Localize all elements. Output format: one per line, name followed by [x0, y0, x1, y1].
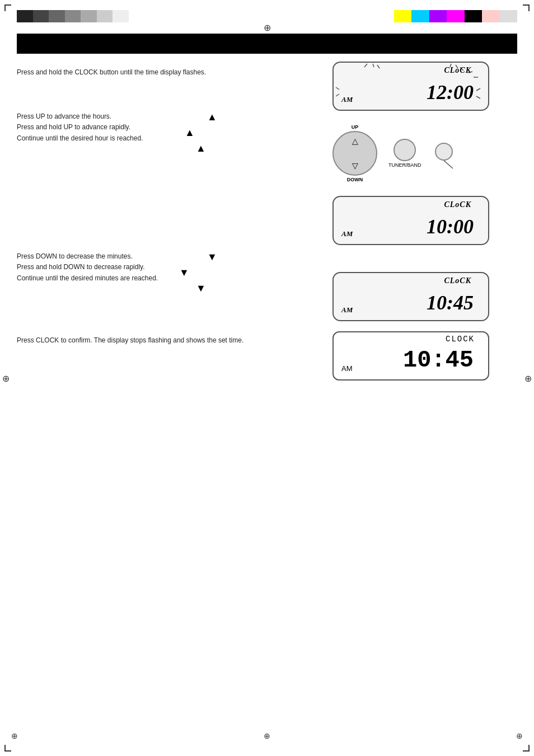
d-pad-down-arrow: ▽ — [352, 161, 358, 170]
svg-line-8 — [336, 87, 339, 90]
down-arrow-3: ▼ — [196, 283, 206, 294]
svg-line-12 — [444, 161, 453, 168]
tuner-band-label: TUNER/BAND — [388, 162, 421, 168]
crosshair-bottom-left: ⊕ — [11, 731, 18, 740]
spacer-mid — [332, 255, 517, 272]
color-block — [17, 10, 33, 22]
spacer-controls — [17, 179, 285, 234]
section2-text: Press UP to advance the hours. Press and… — [17, 111, 174, 145]
color-block — [49, 10, 65, 22]
color-strip-right — [394, 10, 517, 22]
down-label: DOWN — [347, 177, 363, 182]
svg-line-9 — [336, 94, 339, 96]
up-arrow-3: ▲ — [196, 143, 206, 154]
instruction-text: Press DOWN to decrease the minutes. Pres… — [17, 251, 158, 284]
clock-label-1: CLoCK — [444, 66, 471, 75]
display-column: CLoCK AM 12:00 UP △ ▽ DOWN TUNER/BAND — [332, 62, 517, 391]
color-block — [429, 10, 447, 22]
color-block — [482, 10, 499, 22]
color-strip-left — [17, 10, 129, 22]
side-crosshair-left: ⊕ — [2, 373, 10, 383]
up-arrow-2: ▲ — [185, 127, 195, 139]
pointer-line — [433, 161, 455, 172]
tuner-band-knob[interactable] — [394, 139, 416, 161]
instruction-block-1: Press and hold the CLOCK button until th… — [17, 67, 285, 78]
top-registration-bar: ⊕ — [0, 10, 534, 22]
svg-line-2 — [377, 65, 380, 68]
crosshair-bottom-center: ⊕ — [264, 731, 270, 740]
secondary-knob[interactable] — [435, 143, 453, 161]
time-display-2: 10:00 — [343, 215, 479, 238]
up-arrow-1: ▲ — [207, 111, 217, 123]
color-block — [81, 10, 97, 22]
lcd-display-3: CLoCK AM 10:45 — [332, 272, 489, 321]
second-knob-group — [433, 140, 455, 172]
clock-label-3: CLoCK — [444, 276, 471, 285]
color-block — [113, 10, 129, 22]
tuner-group: TUNER/BAND — [388, 139, 421, 168]
instruction-text: Press UP to advance the hours. Press and… — [17, 111, 143, 144]
color-block — [97, 10, 113, 22]
arrow-group-down: ▼ ▼ ▼ Press DOWN to decrease the minutes… — [17, 251, 285, 318]
lcd-display-4: CLOCK AM 10:45 — [332, 331, 489, 381]
arrow-group-up: ▲ ▲ ▲ Press UP to advance the hours. Pre… — [17, 111, 285, 179]
am-label-3: AM — [341, 306, 353, 314]
instructions-column: Press and hold the CLOCK button until th… — [17, 62, 285, 354]
controls-diagram: UP △ ▽ DOWN TUNER/BAND — [332, 121, 489, 186]
instruction-text: Press CLOCK to confirm. The display stop… — [17, 335, 243, 346]
svg-line-0 — [364, 64, 367, 67]
corner-mark-bl — [4, 745, 11, 752]
up-label: UP — [352, 124, 359, 130]
crosshair-center-top: ⊕ — [264, 22, 271, 33]
instruction-text: Press and hold the CLOCK button until th… — [17, 67, 206, 78]
down-arrow-1: ▼ — [207, 251, 217, 263]
color-block — [394, 10, 411, 22]
main-content: Press and hold the CLOCK button until th… — [17, 62, 517, 711]
instruction-block-final: Press CLOCK to confirm. The display stop… — [17, 335, 285, 346]
time-display-3: 10:45 — [343, 291, 479, 314]
crosshair-bottom-right: ⊕ — [516, 731, 523, 740]
color-block — [465, 10, 482, 22]
am-label-2: AM — [341, 229, 353, 238]
d-pad[interactable]: △ ▽ — [332, 131, 377, 176]
color-block — [65, 10, 81, 22]
instruction-line: Press UP to advance the hours. Press and… — [17, 111, 174, 144]
d-pad-up-arrow: △ — [352, 137, 358, 145]
down-arrow-2: ▼ — [179, 267, 189, 279]
side-crosshair-right: ⊕ — [524, 373, 532, 383]
lcd-display-1: CLoCK AM 12:00 — [332, 62, 489, 111]
svg-line-1 — [373, 64, 374, 67]
am-label-4: AM — [341, 364, 353, 373]
section3-text: Press DOWN to decrease the minutes. Pres… — [17, 251, 174, 285]
time-display-4: 10:45 — [343, 347, 479, 374]
instruction-line: Press CLOCK to confirm. The display stop… — [17, 335, 285, 346]
color-block — [500, 10, 517, 22]
am-label-1: AM — [341, 95, 353, 104]
header-bar — [17, 34, 517, 54]
time-display-1: 12:00 — [343, 81, 479, 104]
instruction-line: Press and hold the CLOCK button until th… — [17, 67, 285, 78]
instruction-line: Press DOWN to decrease the minutes. Pres… — [17, 251, 174, 284]
color-block — [33, 10, 49, 22]
lcd-display-2: CLoCK AM 10:00 — [332, 196, 489, 245]
clock-label-4: CLOCK — [446, 335, 475, 344]
corner-mark-br — [523, 745, 530, 752]
color-block — [447, 10, 464, 22]
clock-label-2: CLoCK — [444, 200, 471, 209]
color-block — [411, 10, 429, 22]
